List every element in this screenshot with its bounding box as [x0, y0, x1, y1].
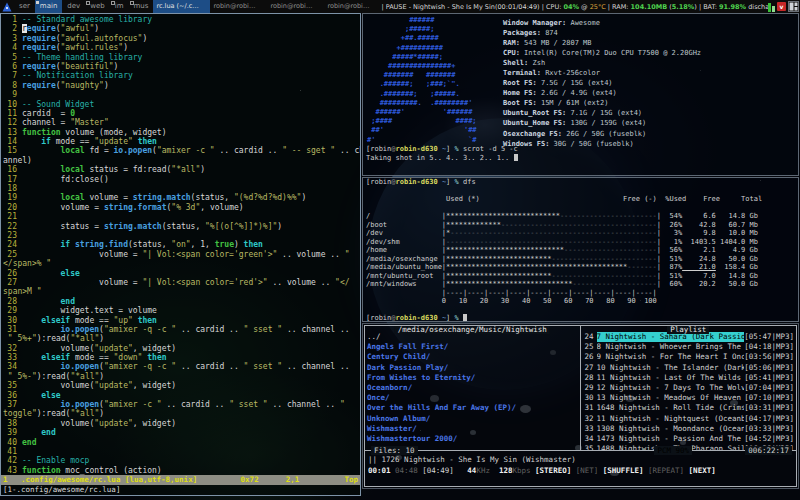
df-row: /mnt/windows |**************************…	[363, 280, 798, 289]
directory-item[interactable]: Once/	[365, 393, 580, 403]
tag-ser[interactable]: ser	[14, 0, 35, 13]
playlist-item[interactable]: 3013 Nightwish - Meadows Of Heaven [07:1…	[581, 393, 797, 403]
task-item[interactable]: rc.lua (~/.c…	[153, 0, 210, 13]
code-line: 19 local volume = string.match(status, "…	[3, 193, 360, 202]
code-line: 14 if mode == "update" then	[3, 137, 360, 146]
line-number: 17	[3, 175, 22, 184]
code-line: " 5%+"):read("*all")	[3, 334, 360, 343]
terminal-line	[363, 187, 798, 196]
scrot-countdown: Taking shot in 5.. 4.. 3.. 2.. 1..	[363, 154, 798, 164]
code-line: 42-- Enable mocp	[3, 456, 360, 465]
playlist-item[interactable]: 3211 Nightwish - Nightquest (Oceanb[04:1…	[581, 414, 797, 424]
code-line: 22 status = string.match(status, "%[(o[^…	[3, 222, 360, 231]
editor-window[interactable]: 1-- Standard awesome library2require("aw…	[0, 13, 361, 496]
directory-panel: /media/osexchange/Music/Nightwish ../Ang…	[365, 326, 581, 450]
sysinfo-terminal[interactable]: ###### ;#####; +##.##### +########## ###…	[362, 13, 799, 176]
tag-mus[interactable]: mus	[129, 0, 154, 13]
code-line: 8require("naughty")	[3, 81, 360, 90]
line-number: 34	[3, 362, 22, 371]
terminal-line	[363, 306, 798, 315]
playlist: 247 Nightwish - Sahara (Dark Passio[05:4…	[581, 332, 797, 450]
tag-im[interactable]: im	[110, 0, 129, 13]
playback-status: 00:01 04:48 [04:49] 44KHz 128Kbps [STERE…	[368, 465, 793, 476]
code-line: 10-- Sound Widget	[3, 100, 360, 109]
volume-tray-icon[interactable]: v	[777, 2, 786, 11]
line-number: 36	[3, 391, 22, 400]
playlist-panel: Playlist 247 Nightwish - Sahara (Dark Pa…	[581, 326, 797, 450]
tag-web[interactable]: web	[85, 0, 109, 13]
line-number: 18	[3, 184, 22, 193]
line-number: 13	[3, 128, 22, 137]
task-item[interactable]: robin@robi…	[324, 0, 381, 13]
code-line: 4require("awful.rules")	[3, 43, 360, 52]
tag-client-square	[130, 1, 134, 5]
directory-item[interactable]: Dark Passion Play/	[365, 363, 580, 373]
awesome-wibar: sermaindevwebimmus rc.lua (~/.c…robin@ro…	[0, 0, 800, 13]
line-number: 30	[3, 316, 22, 325]
terminal-line	[363, 204, 798, 213]
line-number: 29	[3, 306, 22, 315]
awesome-logo-icon[interactable]	[2, 2, 12, 12]
code-line: 43function moc_control (action)	[3, 466, 360, 475]
moc-player-window[interactable]: /media/osexchange/Music/Nightwish ../Ang…	[362, 323, 799, 489]
line-number: 3	[3, 34, 22, 43]
code-line: 7-- Notification library	[3, 71, 360, 80]
line-number: 14	[3, 137, 22, 146]
code-line: 23	[3, 231, 360, 240]
line-number: 6	[3, 62, 22, 71]
playlist-item[interactable]: 258 Nightwish - Whoever Brings The [04:1…	[581, 342, 797, 352]
directory-item[interactable]: Wishmaster/	[365, 424, 580, 434]
directory-item[interactable]: Oceanborn/	[365, 383, 580, 393]
directory-item[interactable]: Century Child/	[365, 352, 580, 362]
code-line: 3require("awful.autofocus")	[3, 34, 360, 43]
playlist-item[interactable]: 311648 Nightwish - Roll Tide (Crims[03:3…	[581, 403, 797, 413]
tag-dev[interactable]: dev	[62, 0, 85, 13]
info-line: Root FS: 7.5G / 15G (ext4)	[503, 78, 701, 88]
line-number: 35	[3, 381, 22, 390]
playlist-item[interactable]: 2912 Nightwish - 7 Days To The Wolv[07:0…	[581, 383, 797, 393]
tag-main[interactable]: main	[35, 0, 63, 13]
code-line: 35 volume("update", widget)	[3, 381, 360, 390]
line-number: 1	[3, 15, 22, 24]
terminal-line: |----|----|----|----|----|----|----|----…	[363, 289, 798, 298]
code-line: span>M "	[3, 287, 360, 296]
line-number: 33	[3, 353, 22, 362]
playlist-item[interactable]: 269 Nightwish - For The Heart I Onc[03:5…	[581, 352, 797, 362]
code-line: 11cardid = 0	[3, 109, 360, 118]
info-line: CPU: Intel(R) Core(TM)2 Duo CPU T7500 @ …	[503, 48, 701, 58]
directory-item[interactable]: Angels Fall First/	[365, 342, 580, 352]
directory-item[interactable]: Unknown Album/	[365, 414, 580, 424]
vim-statusline: 1 .config/awesome/rc.lua [lua,utf-8,unix…	[1, 475, 360, 485]
task-item[interactable]: robin@robi…	[210, 0, 267, 13]
code-line: 13function volume (mode, widget)	[3, 128, 360, 137]
code-line: 36 else	[3, 391, 360, 400]
info-line: Osexchange FS: 26G / 50G (fuseblk)	[503, 129, 701, 139]
layout-icon[interactable]	[788, 1, 799, 12]
directory-item[interactable]: Wishmastertour 2000/	[365, 434, 580, 444]
info-line: Packages: 874	[503, 28, 701, 38]
line-number: 12	[3, 118, 22, 127]
info-line: RAM: 543 MB / 2807 MB	[503, 38, 701, 48]
code-line: annel)	[3, 156, 360, 165]
directory-item[interactable]: Over the Hills And Far Away (EP)/	[365, 403, 580, 413]
directory-item[interactable]: From Wishes to Eternity/	[365, 373, 580, 383]
playlist-item[interactable]: 331308 Nightwish - Moondance (Ocean[03:3…	[581, 424, 797, 434]
code-line: toggle"):read("*all")	[3, 409, 360, 418]
playlist-item[interactable]: 2710 Nightwish - The Islander (Dark[05:0…	[581, 363, 797, 373]
code-line: 27 volume = "| Vol:<span color='red'>" .…	[3, 278, 360, 287]
line-number: 19	[3, 193, 22, 202]
code-line: 33 elseif mode == "down" then	[3, 353, 360, 362]
line-number: 23	[3, 231, 22, 240]
df-terminal[interactable]: [robin@robin-d630 ~] % dfs Used (*) Free…	[362, 177, 799, 322]
playlist-item[interactable]: 2811 Nightwish - Last Of The Wilds [05:4…	[581, 373, 797, 383]
playlist-item[interactable]: 341473 Nightwish - Passion And The [04:5…	[581, 434, 797, 444]
line-number: 28	[3, 297, 22, 306]
task-item[interactable]: robin@robi…	[267, 0, 324, 13]
vim-buffer[interactable]: 1-- Standard awesome library2require("aw…	[1, 14, 360, 475]
line-number: 37	[3, 400, 22, 409]
line-number: 21	[3, 212, 22, 221]
battery-icon	[768, 2, 775, 12]
directory-path: /media/osexchange/Music/Nightwish	[395, 326, 550, 334]
line-number: 4	[3, 43, 22, 52]
df-row: /mnt/ubuntu_root |**********************…	[363, 272, 798, 281]
